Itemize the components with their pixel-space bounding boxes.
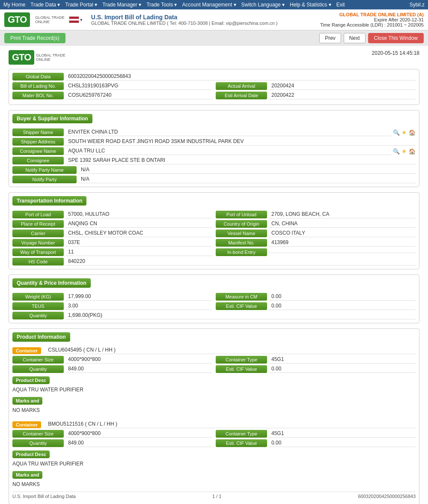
esti-arrival-col: Esti Arrival Date 20200422 [216,92,416,99]
time-range: Time Range Accessible (LDR) : 201001 ~ 2… [320,22,424,27]
shipper-address-label: Shipper Address [12,138,64,146]
nav-trade-tools[interactable]: Trade Tools ▾ [146,2,177,8]
bol-row: Bill of Lading No. CHSL319190163PVG Actu… [12,82,416,90]
product1-size-label: Container Size [12,356,64,364]
esti-cif-value: 0.00 [269,303,416,310]
mater-bol-value: COSU6259767240 [65,92,212,99]
actual-arrival-label: Actual Arrival [216,82,267,90]
next-button-top[interactable]: Next [344,33,366,43]
global-data-card: Global Data 6003202004250000256843 Bill … [9,69,419,105]
global-data-value: 6003202004250000256843 [65,73,416,81]
print-button-top[interactable]: Print Trade Record(s) [4,33,65,43]
home-icon[interactable]: 🏠 [409,129,416,136]
product-section-header: Product Information [12,332,70,342]
shipper-name-label: Shipper Name [12,128,64,136]
nav-switch-lang[interactable]: Switch Language ▾ [241,2,285,8]
way-transport-col: Way of Transport 11 [12,248,212,256]
star-icon[interactable]: ★ [401,129,407,136]
actual-arrival-col: Actual Arrival 20200424 [216,82,416,90]
shipper-address-row: Shipper Address SOUTH WEIER ROAD EAST JI… [12,138,416,146]
product1-size-value: 4000*900*800 [65,356,212,364]
place-receipt-label: Place of Receipt [12,220,64,228]
carrier-vessel-row: Carrier CHSL, CHISLEY MOTOR COAC Vessel … [12,230,416,237]
product2-size-type-row: Container Size 4000*900*800 Container Ty… [12,430,416,438]
product1-type-col: Container Type 45G1 [216,356,416,364]
product-item-1: Container CSLU6045495 ( CN / L / HH ) Co… [12,347,416,414]
consignee-search-icon[interactable]: 🔍 [393,148,400,155]
doc-header: GTO GLOBAL TRADEONLINE 2020-05-15 14:45:… [9,50,419,65]
product2-cif-value: 0.00 [269,440,416,447]
nav-my-home[interactable]: My Home [3,2,25,8]
close-button-top[interactable]: Close This Window [368,33,424,43]
qty-price-section-header: Quantity & Price Information [12,278,91,288]
voyage-label: Voyage Number [12,239,64,247]
consignee-star-icon[interactable]: ★ [401,148,407,155]
buyer-supplier-section-header: Buyer & Supplier Information [12,114,92,123]
nav-trade-manager[interactable]: Trade Manager ▾ [102,2,141,8]
nav-trade-portal[interactable]: Trade Portal ▾ [65,2,97,8]
notify-party-value: N/A [78,176,416,183]
product2-marks-row: Marks and NO MARKS [12,469,416,488]
port-load-row: Port of Load 57000, HULUTAO Port of Unlo… [12,211,416,218]
country-origin-value: CN, CHINA [269,221,416,228]
prev-button-top[interactable]: Prev [319,33,341,43]
page-footer-page-info: 1 / 1 [212,494,221,499]
buyer-supplier-card: Buyer & Supplier Information Shipper Nam… [9,110,419,187]
quantity-label: Quantity [12,312,64,319]
way-transport-value: 11 [65,249,212,256]
carrier-label: Carrier [12,230,64,237]
esti-cif-label: Esti. CIF Value [216,302,267,310]
nav-account-mgmt[interactable]: Account Management ▾ [182,2,236,8]
doc-timestamp: 2020-05-15 14:45:18 [372,50,419,56]
port-unload-value: 2709, LONG BEACH, CA [269,211,416,218]
port-load-label: Port of Load [12,211,64,218]
in-bond-label: In-bond Entry [216,248,267,256]
manifest-label: Manifest No. [216,239,267,247]
page-title: U.S. Import Bill of Lading Data [91,14,320,21]
product1-desc-row: Product Desc AQUA TRU WATER PURIFIER [12,375,416,394]
country-origin-label: Country of Origin [216,220,267,228]
global-data-label: Global Data [12,73,64,81]
product2-container-row: Container BMOU5121516 ( CN / L / HH ) [12,421,416,428]
product1-qty-value: 849.00 [65,366,212,373]
product-item-2: Container BMOU5121516 ( CN / L / HH ) Co… [12,421,416,488]
product1-container-row: Container CSLU6045495 ( CN / L / HH ) [12,347,416,354]
nav-exit[interactable]: Exit [336,2,345,8]
notify-party-row: Notify Party N/A [12,176,416,183]
consignee-home-icon[interactable]: 🏠 [409,148,416,155]
notify-party-name-label: Notify Party Name [12,166,77,174]
esti-cif-col: Esti. CIF Value 0.00 [216,302,416,310]
vessel-col: Vessel Name COSCO ITALY [216,230,416,237]
product2-type-label: Container Type [216,430,267,438]
product2-qty-col: Quantity 849.00 [12,439,212,447]
quantity-price-card: Quantity & Price Information Weight (KG)… [9,274,419,323]
doc-logo-text: GLOBAL TRADEONLINE [36,53,65,62]
product-divider [12,416,416,421]
mater-bol-label: Mater BOL No. [12,92,64,99]
voyage-value: 037E [65,239,212,247]
product2-desc-value: AQUA TRU WATER PURIFIER [12,460,416,468]
hs-code-row: HS Code 840220 [12,258,416,265]
nav-trade-data[interactable]: Trade Data ▾ [30,2,60,8]
search-icon[interactable]: 🔍 [393,129,400,136]
measure-label: Measure in CM [216,293,267,301]
consignee-value: SPE 1392 SARAH PLACE STE B ONTARI [65,157,416,164]
teus-label: TEUS [12,302,64,310]
bol-label: Bill of Lading No. [12,82,64,90]
in-bond-value [269,252,416,253]
notify-party-label: Notify Party [12,176,77,183]
product2-cif-label: Esti. CIF Value [216,439,267,447]
product2-marks-header: Marks and [12,471,42,479]
weight-value: 17,999.00 [65,293,212,301]
product1-type-label: Container Type [216,356,267,364]
action-bar-top: Print Trade Record(s) Prev Next Close Th… [0,30,428,46]
quantity-row: Quantity 1,698.00(PKG) [12,312,416,319]
vessel-label: Vessel Name [216,230,267,237]
esti-arrival-value: 20200422 [269,92,416,99]
logo-icon: GTO [4,12,30,27]
nav-help[interactable]: Help & Statistics ▾ [290,2,331,8]
product2-marks-value: NO MARKS [12,480,416,488]
manifest-col: Manifest No. 413969 [216,239,416,247]
measure-value: 0.00 [269,293,416,301]
page-footer-doc-title: U.S. Import Bill of Lading Data [12,494,76,499]
